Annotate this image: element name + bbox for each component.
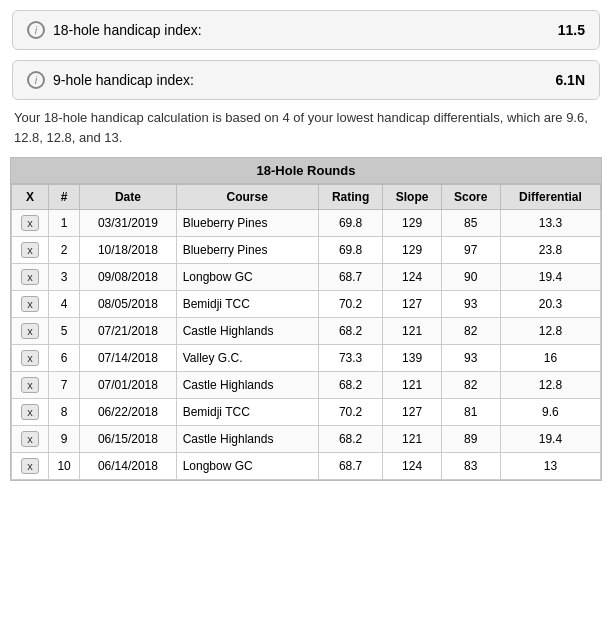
table-row: x1006/14/2018Longbow GC68.71248313 xyxy=(12,453,601,480)
col-header-diff: Differential xyxy=(500,185,600,210)
row-date: 06/15/2018 xyxy=(80,426,176,453)
x-cell: x xyxy=(12,345,49,372)
x-cell: x xyxy=(12,291,49,318)
row-score: 93 xyxy=(441,345,500,372)
rounds-table: X # Date Course Rating Slope Score Diffe… xyxy=(11,184,601,480)
row-rating: 68.7 xyxy=(318,264,383,291)
row-differential: 23.8 xyxy=(500,237,600,264)
table-row: x103/31/2019Blueberry Pines69.81298513.3 xyxy=(12,210,601,237)
x-button[interactable]: x xyxy=(21,431,39,447)
row-rating: 70.2 xyxy=(318,291,383,318)
row-score: 82 xyxy=(441,372,500,399)
row-differential: 20.3 xyxy=(500,291,600,318)
row-num: 1 xyxy=(49,210,80,237)
table-row: x210/18/2018Blueberry Pines69.81299723.8 xyxy=(12,237,601,264)
row-differential: 19.4 xyxy=(500,426,600,453)
row-num: 5 xyxy=(49,318,80,345)
row-course: Valley G.C. xyxy=(176,345,318,372)
x-cell: x xyxy=(12,210,49,237)
row-rating: 73.3 xyxy=(318,345,383,372)
row-course: Bemidji TCC xyxy=(176,291,318,318)
x-button[interactable]: x xyxy=(21,350,39,366)
table-row: x906/15/2018Castle Highlands68.21218919.… xyxy=(12,426,601,453)
x-cell: x xyxy=(12,426,49,453)
row-num: 8 xyxy=(49,399,80,426)
x-button[interactable]: x xyxy=(21,242,39,258)
row-date: 06/22/2018 xyxy=(80,399,176,426)
row-course: Castle Highlands xyxy=(176,426,318,453)
row-score: 89 xyxy=(441,426,500,453)
row-score: 85 xyxy=(441,210,500,237)
handicap-18-label: 18-hole handicap index: xyxy=(53,22,558,38)
row-score: 93 xyxy=(441,291,500,318)
x-button[interactable]: x xyxy=(21,404,39,420)
row-slope: 124 xyxy=(383,264,441,291)
info-icon-18[interactable]: i xyxy=(27,21,45,39)
row-num: 7 xyxy=(49,372,80,399)
row-course: Castle Highlands xyxy=(176,318,318,345)
x-cell: x xyxy=(12,318,49,345)
x-button[interactable]: x xyxy=(21,377,39,393)
row-date: 07/01/2018 xyxy=(80,372,176,399)
x-cell: x xyxy=(12,264,49,291)
row-differential: 9.6 xyxy=(500,399,600,426)
row-course: Castle Highlands xyxy=(176,372,318,399)
col-header-date: Date xyxy=(80,185,176,210)
x-button[interactable]: x xyxy=(21,215,39,231)
row-rating: 69.8 xyxy=(318,210,383,237)
row-differential: 16 xyxy=(500,345,600,372)
rounds-table-container: 18-Hole Rounds X # Date Course Rating Sl… xyxy=(10,157,602,481)
row-date: 10/18/2018 xyxy=(80,237,176,264)
col-header-score: Score xyxy=(441,185,500,210)
row-differential: 13.3 xyxy=(500,210,600,237)
x-button[interactable]: x xyxy=(21,296,39,312)
row-course: Bemidji TCC xyxy=(176,399,318,426)
col-header-slope: Slope xyxy=(383,185,441,210)
handicap-18-value: 11.5 xyxy=(558,22,585,38)
row-differential: 13 xyxy=(500,453,600,480)
row-course: Longbow GC xyxy=(176,453,318,480)
col-header-rating: Rating xyxy=(318,185,383,210)
row-num: 4 xyxy=(49,291,80,318)
row-rating: 68.2 xyxy=(318,372,383,399)
row-slope: 129 xyxy=(383,210,441,237)
row-rating: 70.2 xyxy=(318,399,383,426)
x-cell: x xyxy=(12,399,49,426)
x-button[interactable]: x xyxy=(21,269,39,285)
row-course: Blueberry Pines xyxy=(176,237,318,264)
row-rating: 68.7 xyxy=(318,453,383,480)
row-slope: 124 xyxy=(383,453,441,480)
row-num: 3 xyxy=(49,264,80,291)
row-num: 9 xyxy=(49,426,80,453)
row-date: 07/21/2018 xyxy=(80,318,176,345)
table-row: x408/05/2018Bemidji TCC70.21279320.3 xyxy=(12,291,601,318)
row-slope: 139 xyxy=(383,345,441,372)
row-differential: 12.8 xyxy=(500,372,600,399)
col-header-x: X xyxy=(12,185,49,210)
table-row: x309/08/2018Longbow GC68.71249019.4 xyxy=(12,264,601,291)
row-slope: 127 xyxy=(383,399,441,426)
row-score: 82 xyxy=(441,318,500,345)
handicap-9-value: 6.1N xyxy=(555,72,585,88)
row-score: 90 xyxy=(441,264,500,291)
row-num: 2 xyxy=(49,237,80,264)
handicap-18-bar: i 18-hole handicap index: 11.5 xyxy=(12,10,600,50)
row-rating: 68.2 xyxy=(318,318,383,345)
table-row: x707/01/2018Castle Highlands68.21218212.… xyxy=(12,372,601,399)
row-date: 06/14/2018 xyxy=(80,453,176,480)
x-cell: x xyxy=(12,237,49,264)
row-num: 6 xyxy=(49,345,80,372)
row-course: Blueberry Pines xyxy=(176,210,318,237)
row-slope: 121 xyxy=(383,426,441,453)
row-score: 97 xyxy=(441,237,500,264)
x-button[interactable]: x xyxy=(21,323,39,339)
description-text: Your 18-hole handicap calculation is bas… xyxy=(14,108,598,147)
row-num: 10 xyxy=(49,453,80,480)
row-score: 83 xyxy=(441,453,500,480)
info-icon-9[interactable]: i xyxy=(27,71,45,89)
row-date: 03/31/2019 xyxy=(80,210,176,237)
x-cell: x xyxy=(12,372,49,399)
row-date: 08/05/2018 xyxy=(80,291,176,318)
x-button[interactable]: x xyxy=(21,458,39,474)
table-title: 18-Hole Rounds xyxy=(11,158,601,184)
